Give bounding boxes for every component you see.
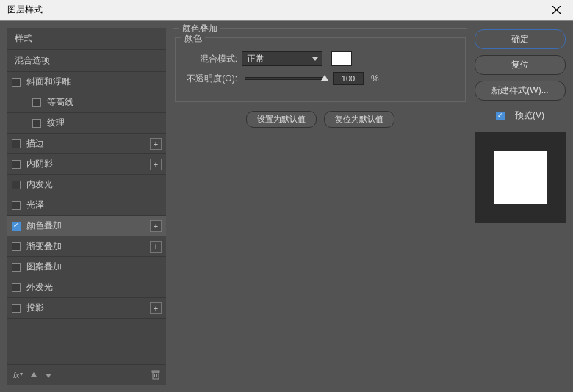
preview-label: 预览(V) <box>515 109 544 122</box>
style-label: 等高线 <box>47 96 73 109</box>
cancel-button[interactable]: 复位 <box>475 55 566 75</box>
fx-icon[interactable]: fx▾ <box>13 371 23 380</box>
set-default-button[interactable]: 设置为默认值 <box>246 111 317 128</box>
sidebar-item-blend-options[interactable]: 混合选项 <box>7 50 166 72</box>
close-button[interactable] <box>540 0 573 21</box>
blend-mode-select[interactable]: 正常 <box>242 51 322 66</box>
style-checkbox[interactable] <box>12 139 21 148</box>
style-label: 纹理 <box>47 117 65 129</box>
color-swatch[interactable] <box>331 51 352 66</box>
opacity-label: 不透明度(O): <box>184 73 237 85</box>
blend-mode-row: 混合模式: 正常 <box>184 51 456 66</box>
opacity-input[interactable] <box>333 72 364 85</box>
style-checkbox[interactable] <box>32 119 41 128</box>
style-checkbox[interactable] <box>12 242 21 251</box>
arrow-down-icon[interactable] <box>45 371 52 379</box>
style-label: 斜面和浮雕 <box>26 76 71 88</box>
color-group-label: 颜色 <box>181 32 205 45</box>
dialog-content: 样式 混合选项 斜面和浮雕等高线纹理描边+内阴影+内发光光泽颜色叠加+渐变叠加+… <box>0 21 573 392</box>
sidebar-item-2[interactable]: 纹理 <box>7 113 166 134</box>
opacity-row: 不透明度(O): % <box>184 72 456 85</box>
main-panel: 颜色叠加 颜色 混合模式: 正常 不透明度(O): % <box>172 28 469 385</box>
style-checkbox[interactable] <box>12 222 21 231</box>
style-label: 颜色叠加 <box>26 219 62 232</box>
sidebar-item-5[interactable]: 内发光 <box>7 175 166 195</box>
opacity-slider[interactable] <box>245 77 325 80</box>
sidebar-item-8[interactable]: 渐变叠加+ <box>7 236 166 257</box>
add-instance-icon[interactable]: + <box>150 220 162 232</box>
reset-default-button[interactable]: 复位为默认值 <box>324 111 394 128</box>
sidebar-item-9[interactable]: 图案叠加 <box>7 257 166 277</box>
opacity-unit: % <box>371 73 379 84</box>
new-style-button[interactable]: 新建样式(W)... <box>475 81 566 101</box>
trash-icon[interactable] <box>151 370 160 380</box>
close-icon <box>552 6 561 14</box>
right-panel: 确定 复位 新建样式(W)... 预览(V) <box>475 28 566 385</box>
add-instance-icon[interactable]: + <box>150 241 162 253</box>
style-checkbox[interactable] <box>32 98 41 107</box>
style-label: 外发光 <box>26 281 53 294</box>
svg-rect-2 <box>153 372 159 379</box>
style-label: 渐变叠加 <box>26 240 62 253</box>
sidebar-item-4[interactable]: 内阴影+ <box>7 154 166 175</box>
sidebar-item-7[interactable]: 颜色叠加+ <box>7 216 166 236</box>
window-title: 图层样式 <box>7 4 43 16</box>
color-overlay-group: 颜色叠加 颜色 混合模式: 正常 不透明度(O): % <box>173 28 467 128</box>
default-buttons-row: 设置为默认值 复位为默认值 <box>173 111 467 128</box>
style-checkbox[interactable] <box>12 304 21 313</box>
style-checkbox[interactable] <box>12 160 21 169</box>
preview-swatch <box>494 151 547 204</box>
titlebar: 图层样式 <box>0 0 573 21</box>
style-checkbox[interactable] <box>12 78 21 87</box>
color-group: 颜色 混合模式: 正常 不透明度(O): % <box>175 37 466 102</box>
blend-mode-label: 混合模式: <box>184 53 237 65</box>
style-label: 描边 <box>26 137 44 150</box>
sidebar-item-0[interactable]: 斜面和浮雕 <box>7 72 166 92</box>
add-instance-icon[interactable]: + <box>150 138 162 150</box>
preview-box <box>475 132 566 223</box>
style-label: 内阴影 <box>26 158 53 170</box>
style-label: 投影 <box>26 302 44 314</box>
svg-rect-3 <box>152 371 159 372</box>
sidebar-footer: fx▾ <box>7 364 166 385</box>
preview-checkbox[interactable] <box>496 112 505 120</box>
add-instance-icon[interactable]: + <box>150 302 162 314</box>
style-label: 图案叠加 <box>26 261 62 273</box>
add-instance-icon[interactable]: + <box>150 159 162 170</box>
sidebar-item-3[interactable]: 描边+ <box>7 134 166 154</box>
sidebar-item-11[interactable]: 投影+ <box>7 298 166 319</box>
styles-sidebar: 样式 混合选项 斜面和浮雕等高线纹理描边+内阴影+内发光光泽颜色叠加+渐变叠加+… <box>7 28 166 385</box>
style-checkbox[interactable] <box>12 201 21 210</box>
preview-toggle[interactable]: 预览(V) <box>475 109 566 122</box>
style-label: 光泽 <box>26 199 44 211</box>
ok-button[interactable]: 确定 <box>475 29 566 49</box>
style-checkbox[interactable] <box>12 181 21 189</box>
sidebar-item-10[interactable]: 外发光 <box>7 277 166 298</box>
slider-thumb-icon[interactable] <box>321 75 328 81</box>
sidebar-item-1[interactable]: 等高线 <box>7 92 166 113</box>
arrow-up-icon[interactable] <box>30 371 37 379</box>
sidebar-item-6[interactable]: 光泽 <box>7 195 166 216</box>
style-label: 内发光 <box>26 178 53 191</box>
style-checkbox[interactable] <box>12 283 21 292</box>
sidebar-header: 样式 <box>7 28 166 50</box>
style-checkbox[interactable] <box>12 263 21 272</box>
